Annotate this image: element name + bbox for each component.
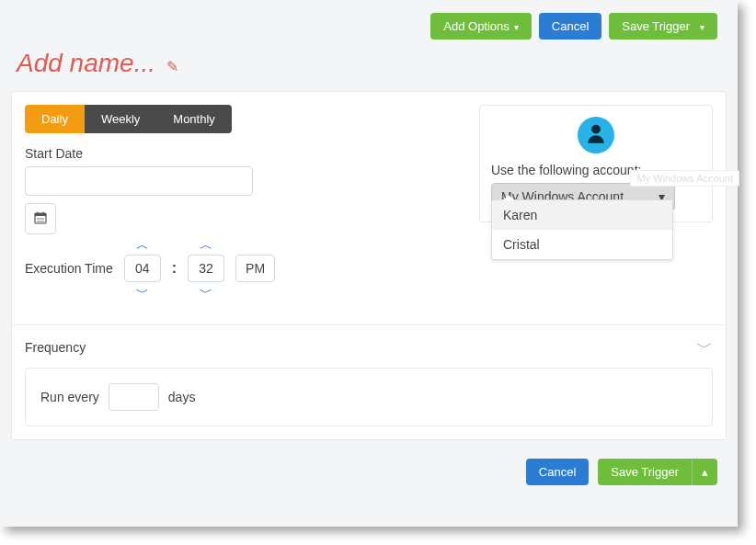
execution-time-label: Execution Time (25, 261, 113, 276)
start-date-input[interactable] (25, 166, 253, 196)
calendar-button[interactable] (25, 203, 56, 234)
days-label: days (168, 390, 196, 404)
time-separator: : (172, 260, 177, 277)
save-trigger-button-bottom[interactable]: Save Trigger (598, 459, 693, 485)
chevron-up-icon[interactable]: ︿ (134, 236, 151, 253)
chevron-up-icon[interactable]: ︿ (198, 236, 214, 253)
minute-stepper: ︿ ﹀ (188, 236, 224, 301)
schedule-tabs: Daily Weekly Monthly (25, 105, 232, 133)
dropdown-item[interactable]: Karen (492, 200, 672, 230)
page-title[interactable]: Add name... (17, 49, 155, 77)
account-label: Use the following account: (491, 163, 701, 177)
chevron-down-icon (514, 19, 519, 33)
title-row: Add name... ✎ (0, 40, 738, 91)
save-trigger-split: Save Trigger ▴ (598, 459, 717, 485)
days-input[interactable] (109, 383, 159, 411)
chevron-down-icon[interactable]: ﹀ (198, 284, 214, 301)
button-label: Add Options (443, 19, 510, 33)
chevron-down-icon: ﹀ (696, 336, 713, 358)
schedule-panel: Daily Weekly Monthly Start Date Executio… (11, 91, 727, 440)
top-button-bar: Add Options Cancel Save Trigger (0, 0, 738, 40)
button-label: Cancel (539, 465, 576, 479)
button-label: Save Trigger (622, 19, 690, 33)
dropdown-item-label: Karen (503, 208, 537, 222)
hour-stepper: ︿ ﹀ (124, 236, 161, 301)
button-label: Cancel (552, 19, 589, 33)
tab-daily[interactable]: Daily (25, 105, 85, 133)
frequency-box: Run every days (25, 368, 713, 426)
bottom-button-bar: Cancel Save Trigger ▴ (0, 448, 738, 498)
avatar (578, 117, 614, 153)
account-card: Use the following account: My Windows Ac… (479, 105, 713, 222)
chevron-up-icon: ▴ (702, 465, 708, 479)
add-options-button[interactable]: Add Options (430, 13, 532, 40)
ampm-toggle[interactable]: PM (235, 255, 275, 282)
tab-monthly[interactable]: Monthly (156, 105, 232, 133)
tab-label: Weekly (101, 112, 140, 126)
account-dropdown: Karen Cristal (491, 199, 673, 260)
dropdown-item[interactable]: Cristal (492, 230, 672, 259)
dropdown-item-label: Cristal (503, 237, 540, 252)
svg-point-6 (591, 125, 601, 134)
divider (12, 324, 726, 325)
tab-weekly[interactable]: Weekly (85, 105, 156, 133)
minute-input[interactable] (188, 255, 224, 282)
save-trigger-button-top[interactable]: Save Trigger (609, 13, 717, 40)
ampm-label: PM (246, 261, 265, 276)
hour-input[interactable] (124, 255, 161, 282)
cancel-button-top[interactable]: Cancel (539, 13, 601, 40)
frequency-header[interactable]: Frequency ﹀ (25, 336, 713, 358)
cancel-button-bottom[interactable]: Cancel (526, 459, 589, 485)
dialog-container: Add Options Cancel Save Trigger Add name… (0, 0, 738, 527)
calendar-icon (34, 211, 47, 227)
chevron-down-icon (700, 19, 704, 33)
button-label: Save Trigger (611, 465, 679, 479)
run-every-label: Run every (40, 390, 99, 404)
tab-label: Monthly (173, 112, 215, 126)
pencil-icon[interactable]: ✎ (166, 58, 178, 75)
user-icon (584, 121, 608, 149)
tab-label: Daily (41, 112, 68, 126)
avatar-wrap (491, 117, 701, 153)
chevron-down-icon[interactable]: ﹀ (134, 284, 151, 301)
svg-rect-1 (35, 213, 46, 216)
frequency-title: Frequency (25, 340, 86, 355)
save-trigger-caret[interactable]: ▴ (693, 459, 717, 485)
